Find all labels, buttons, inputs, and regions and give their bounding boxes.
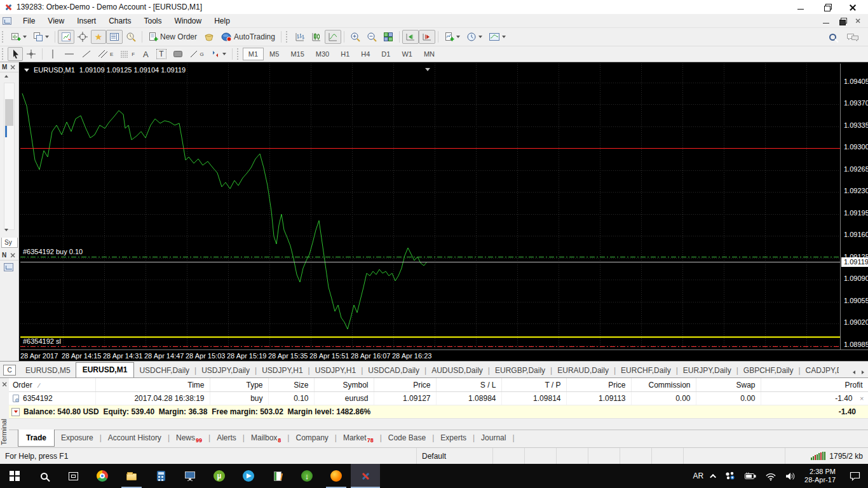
terminal-tab-news[interactable]: News99: [170, 430, 208, 445]
terminal-tab-alerts[interactable]: Alerts: [210, 430, 243, 445]
chart-tab[interactable]: USDJPY,Daily: [196, 363, 255, 377]
volume-icon[interactable]: [785, 471, 796, 481]
utorrent-taskbar-button[interactable]: µ: [205, 464, 234, 488]
tray-chevron-icon[interactable]: [710, 473, 716, 480]
symbols-tab[interactable]: Sy: [1, 238, 18, 248]
terminal-tab-exposure[interactable]: Exposure: [55, 430, 100, 445]
idm-taskbar-button[interactable]: ↓: [292, 464, 322, 488]
firefox-taskbar-button[interactable]: [322, 464, 351, 488]
timeframe-m15[interactable]: M15: [285, 48, 309, 60]
terminal-tab-journal[interactable]: Journal: [475, 430, 512, 445]
tick-chart-button[interactable]: [58, 30, 74, 44]
toolbar-grip[interactable]: [2, 31, 5, 43]
order-row[interactable]: 6354192 2017.04.28 16:38:19 buy 0.10 eur…: [9, 392, 868, 405]
profiles-button[interactable]: [30, 30, 52, 44]
tile-windows-button[interactable]: [380, 30, 397, 44]
chrome-taskbar-button[interactable]: [88, 464, 117, 488]
timeframe-w1[interactable]: W1: [396, 48, 418, 60]
chart-tab[interactable]: USDCHF,Daily: [134, 363, 194, 377]
autotrading-button[interactable]: AutoTrading: [218, 30, 278, 44]
chart-tab[interactable]: GBPCHF,Daily: [738, 363, 799, 377]
terminal-tab-code-base[interactable]: Code Base: [382, 430, 432, 445]
menu-insert[interactable]: Insert: [71, 15, 102, 27]
auto-scroll-button[interactable]: [402, 30, 419, 44]
timeframe-m5[interactable]: M5: [264, 48, 285, 60]
menu-charts[interactable]: Charts: [102, 15, 137, 27]
terminal-tab-experts[interactable]: Experts: [434, 430, 473, 445]
task-view-button[interactable]: [58, 464, 88, 488]
search-icon[interactable]: [829, 34, 836, 41]
child-restore-button[interactable]: [838, 17, 847, 25]
col-type[interactable]: Type: [210, 378, 268, 392]
wallet-button[interactable]: [200, 30, 218, 44]
col-price-current[interactable]: Price: [566, 378, 631, 392]
chart-tab[interactable]: EURJPY,Daily: [678, 363, 736, 377]
col-order[interactable]: Order∕: [9, 378, 95, 392]
templates-button[interactable]: [485, 30, 509, 44]
menu-file[interactable]: File: [17, 15, 41, 27]
vertical-line-tool[interactable]: [45, 47, 60, 61]
timeframe-mn[interactable]: MN: [418, 48, 440, 60]
toolbar-grip[interactable]: [2, 48, 5, 60]
child-minimize-button[interactable]: [822, 17, 831, 25]
new-chart-button[interactable]: [8, 30, 30, 44]
taskbar-search-button[interactable]: [29, 464, 58, 488]
tabs-scroll-left[interactable]: [853, 370, 855, 374]
timeframe-d1[interactable]: D1: [376, 48, 396, 60]
terminal-tab-market[interactable]: Market78: [337, 430, 380, 445]
market-watch-close-icon[interactable]: [11, 65, 16, 70]
col-commission[interactable]: Commission: [631, 378, 696, 392]
wifi-icon[interactable]: [765, 471, 776, 481]
zoom-out-button[interactable]: [363, 30, 380, 44]
close-order-icon[interactable]: ×: [860, 395, 864, 402]
remote-desktop-taskbar-button[interactable]: [175, 464, 205, 488]
taskbar-clock[interactable]: 2:38 PM 28-Apr-17: [804, 468, 836, 484]
chart-tab[interactable]: EURUSD,M1: [76, 362, 135, 377]
trendline-tool[interactable]: [78, 47, 95, 61]
navigator-close-icon[interactable]: [11, 253, 16, 258]
periods-button[interactable]: [463, 30, 485, 44]
toolbar-grip[interactable]: [237, 48, 240, 60]
line-chart-button[interactable]: [325, 30, 341, 44]
equidistant-channel-tool[interactable]: E: [95, 47, 116, 61]
file-explorer-taskbar-button[interactable]: [117, 464, 146, 488]
restore-button[interactable]: [823, 3, 832, 11]
chat-icon[interactable]: [846, 32, 859, 42]
crosshair-tool[interactable]: [23, 47, 39, 61]
chart-tab[interactable]: USDJPY,H1: [257, 363, 308, 377]
terminal-tab-trade[interactable]: Trade: [18, 430, 55, 447]
menu-tools[interactable]: Tools: [138, 15, 168, 27]
scroll-up-arrow[interactable]: [4, 75, 8, 78]
chart-tab[interactable]: USDJPY,H1: [310, 363, 361, 377]
bar-chart-button[interactable]: [292, 30, 308, 44]
chart-shift-marker[interactable]: [425, 64, 430, 73]
calculator-taskbar-button[interactable]: [146, 464, 175, 488]
navigator-common-icon[interactable]: [4, 263, 13, 271]
terminal-close-icon[interactable]: [3, 382, 8, 387]
charts-list-icon[interactable]: C: [3, 365, 16, 376]
chart-plot-area[interactable]: EURUSD,M1 1.09109 1.09125 1.09104 1.0911…: [20, 64, 840, 348]
terminal-tab-company[interactable]: Company: [289, 430, 334, 445]
chart-shift-button[interactable]: [419, 30, 435, 44]
status-profile[interactable]: Default: [417, 448, 493, 464]
chart-tab[interactable]: EURAUD,Daily: [552, 363, 614, 377]
zoom-in-button[interactable]: [347, 30, 363, 44]
rectangle-tool[interactable]: [170, 47, 186, 61]
mt4-taskbar-button[interactable]: [351, 464, 380, 488]
col-tp[interactable]: T / P: [501, 378, 566, 392]
data-window-button[interactable]: [123, 30, 139, 44]
market-watch-button[interactable]: [106, 30, 123, 44]
chart-tab[interactable]: CADJPY,Daily: [801, 363, 839, 377]
language-indicator[interactable]: AR: [693, 471, 703, 480]
timeframe-h1[interactable]: H1: [335, 48, 355, 60]
chart-tab[interactable]: EURGBP,Daily: [490, 363, 550, 377]
gann-tool[interactable]: G: [186, 47, 207, 61]
timeframe-m30[interactable]: M30: [310, 48, 335, 60]
indicators-button[interactable]: [441, 30, 463, 44]
col-price-open[interactable]: Price: [374, 378, 436, 392]
fibonacci-tool[interactable]: F: [116, 47, 138, 61]
timeframe-h4[interactable]: H4: [355, 48, 376, 60]
one-click-trading-toggle[interactable]: [24, 69, 29, 72]
child-close-button[interactable]: [856, 18, 861, 24]
menu-help[interactable]: Help: [208, 15, 236, 27]
